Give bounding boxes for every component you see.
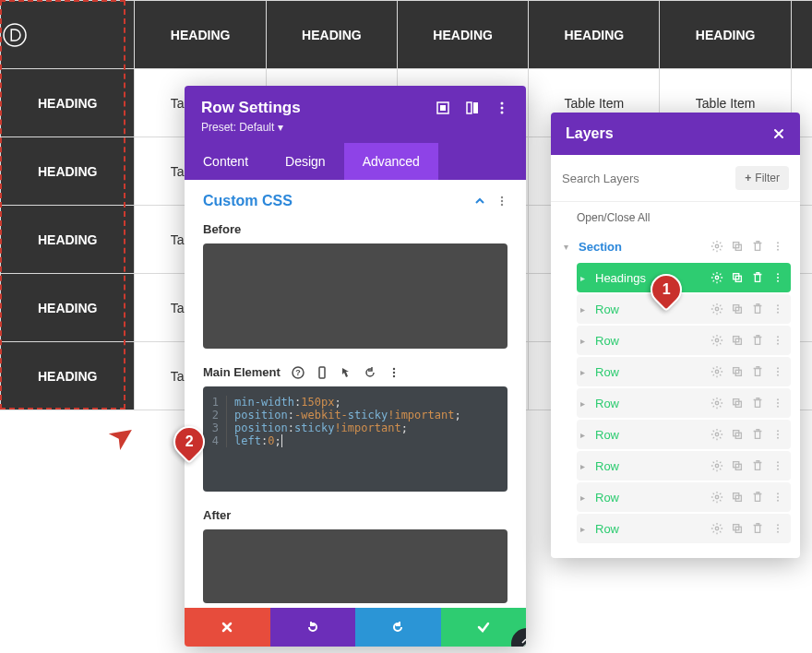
more-icon[interactable] xyxy=(770,364,785,379)
layer-row[interactable]: ▸Row xyxy=(577,388,791,418)
gear-icon[interactable] xyxy=(710,364,724,379)
close-icon[interactable] xyxy=(772,127,785,140)
more-icon[interactable] xyxy=(770,427,785,442)
layer-row[interactable]: ▸Row xyxy=(577,326,791,355)
more-icon[interactable] xyxy=(770,239,785,254)
svg-point-71 xyxy=(715,527,719,530)
phone-icon[interactable] xyxy=(316,366,328,379)
trash-icon[interactable] xyxy=(750,458,765,473)
after-css-input[interactable] xyxy=(203,529,508,603)
main-element-css-input[interactable]: 1min-width: 150px; 2position: -webkit-st… xyxy=(203,386,508,492)
gear-icon[interactable] xyxy=(710,270,724,285)
filter-button[interactable]: +Filter xyxy=(735,166,789,190)
duplicate-icon[interactable] xyxy=(730,490,745,505)
trash-icon[interactable] xyxy=(750,333,765,348)
more-icon[interactable] xyxy=(770,490,785,505)
gear-icon[interactable] xyxy=(710,239,724,254)
more-icon[interactable] xyxy=(770,270,785,285)
trash-icon[interactable] xyxy=(750,521,765,536)
layer-headings[interactable]: ▸ Headings xyxy=(577,263,791,292)
section-more-icon[interactable] xyxy=(496,196,508,207)
duplicate-icon[interactable] xyxy=(730,364,745,379)
row-settings-modal: Row Settings Preset: Default ▾ Content D… xyxy=(185,86,526,647)
svg-point-45 xyxy=(777,371,779,373)
modal-header[interactable]: Row Settings Preset: Default ▾ xyxy=(185,86,526,143)
layer-row[interactable]: ▸Row xyxy=(577,357,791,386)
svg-point-34 xyxy=(777,312,779,314)
svg-point-15 xyxy=(393,371,395,373)
svg-point-58 xyxy=(777,437,779,439)
svg-rect-3 xyxy=(467,102,472,113)
more-icon[interactable] xyxy=(770,458,785,473)
more-icon[interactable] xyxy=(770,333,785,348)
reset-icon[interactable] xyxy=(364,366,376,379)
hover-icon[interactable] xyxy=(340,366,352,379)
svg-rect-4 xyxy=(473,102,478,113)
duplicate-icon[interactable] xyxy=(730,427,745,442)
duplicate-icon[interactable] xyxy=(730,458,745,473)
help-icon[interactable]: ? xyxy=(292,366,304,379)
more-icon[interactable] xyxy=(770,521,785,536)
duplicate-icon[interactable] xyxy=(730,302,745,316)
duplicate-icon[interactable] xyxy=(730,333,745,348)
trash-icon[interactable] xyxy=(750,270,765,285)
more-icon[interactable] xyxy=(495,101,509,115)
search-layers-input[interactable] xyxy=(562,166,726,190)
row-heading: HEADING xyxy=(1,342,135,410)
layers-header[interactable]: Layers xyxy=(551,113,800,155)
svg-point-76 xyxy=(777,531,779,533)
svg-point-6 xyxy=(501,107,504,110)
svg-point-68 xyxy=(777,493,779,494)
open-close-all[interactable]: Open/Close All xyxy=(551,202,800,232)
layer-row[interactable]: ▸Row xyxy=(577,482,791,512)
trash-icon[interactable] xyxy=(750,364,765,379)
duplicate-icon[interactable] xyxy=(730,396,745,410)
svg-point-39 xyxy=(777,339,779,341)
discard-button[interactable] xyxy=(185,608,270,647)
svg-point-46 xyxy=(777,374,779,376)
svg-point-32 xyxy=(777,304,779,306)
undo-button[interactable] xyxy=(270,608,356,647)
svg-point-5 xyxy=(501,102,504,105)
before-css-input[interactable] xyxy=(203,243,508,349)
collapse-icon[interactable] xyxy=(474,196,485,207)
gear-icon[interactable] xyxy=(710,427,724,442)
duplicate-icon[interactable] xyxy=(730,521,745,536)
svg-point-65 xyxy=(715,495,719,499)
tab-advanced[interactable]: Advanced xyxy=(344,143,438,180)
gear-icon[interactable] xyxy=(710,396,724,410)
layer-row[interactable]: ▸Row xyxy=(577,294,791,324)
trash-icon[interactable] xyxy=(750,302,765,316)
redo-button[interactable] xyxy=(355,608,441,647)
more-icon[interactable] xyxy=(770,396,785,410)
layer-row[interactable]: ▸Row xyxy=(577,514,791,543)
row-heading: HEADING xyxy=(1,137,135,206)
snap-icon[interactable] xyxy=(465,101,480,115)
svg-point-74 xyxy=(777,524,779,526)
gear-icon[interactable] xyxy=(710,458,724,473)
trash-icon[interactable] xyxy=(750,239,765,254)
gear-icon[interactable] xyxy=(710,490,724,505)
tab-design[interactable]: Design xyxy=(267,143,344,180)
section-title[interactable]: Custom CSS xyxy=(203,193,293,209)
trash-icon[interactable] xyxy=(750,490,765,505)
gear-icon[interactable] xyxy=(710,302,724,316)
trash-icon[interactable] xyxy=(750,427,765,442)
field-more-icon[interactable] xyxy=(388,366,400,379)
preset-label[interactable]: Preset: Default ▾ xyxy=(201,121,509,134)
layer-row[interactable]: ▸Row xyxy=(577,420,791,449)
trash-icon[interactable] xyxy=(750,396,765,410)
duplicate-icon[interactable] xyxy=(730,239,745,254)
gear-icon[interactable] xyxy=(710,521,724,536)
svg-point-35 xyxy=(715,338,719,342)
svg-point-22 xyxy=(777,249,779,251)
svg-point-63 xyxy=(777,465,779,467)
gear-icon[interactable] xyxy=(710,333,724,348)
svg-point-20 xyxy=(777,242,779,243)
layer-row[interactable]: ▸Row xyxy=(577,451,791,481)
tab-content[interactable]: Content xyxy=(185,143,267,180)
layer-section[interactable]: ▾ Section xyxy=(560,232,791,261)
more-icon[interactable] xyxy=(770,302,785,316)
duplicate-icon[interactable] xyxy=(730,270,745,285)
expand-icon[interactable] xyxy=(436,101,450,115)
